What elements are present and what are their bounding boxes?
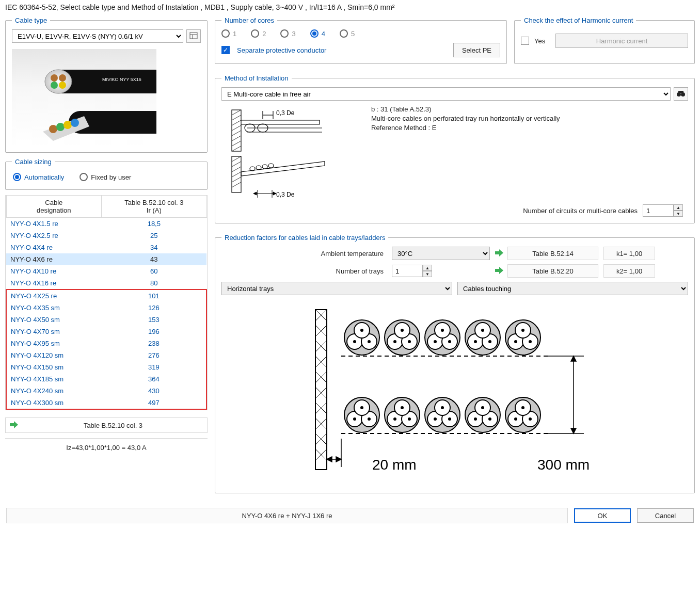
cell-designation: NYY-O 4X120 sm: [6, 349, 102, 361]
ok-button[interactable]: OK: [574, 508, 631, 523]
svg-point-73: [353, 340, 356, 343]
cell-ir: 364: [102, 373, 206, 385]
cell-ir: 101: [102, 290, 206, 302]
table-row[interactable]: NYY-O 4X150 sm319: [6, 361, 206, 373]
svg-point-41: [262, 165, 267, 169]
cable-table[interactable]: Cable designation Table B.52.10 col. 3 I…: [6, 195, 207, 410]
trays-input[interactable]: [392, 265, 423, 277]
table-row[interactable]: NYY-O 4X185 sm364: [6, 373, 206, 385]
cores-option-3[interactable]: 3: [280, 29, 295, 38]
svg-point-11: [49, 125, 57, 133]
cores-option-2[interactable]: 2: [251, 29, 266, 38]
library-icon: [189, 31, 198, 41]
spin-down-icon[interactable]: ▼: [674, 211, 683, 217]
table-row[interactable]: NYY-O 4X4 re34: [6, 242, 206, 253]
svg-point-82: [401, 329, 404, 332]
cores-option-5[interactable]: 5: [340, 29, 355, 38]
svg-point-74: [368, 340, 371, 343]
trays-spinner[interactable]: ▲ ▼: [392, 265, 490, 277]
cell-designation: NYY-O 4X2.5 re: [6, 230, 102, 242]
harmonic-current-button: Harmonic current: [555, 34, 688, 48]
svg-point-7: [51, 82, 58, 89]
svg-rect-18: [232, 110, 241, 151]
tray-orientation-select[interactable]: Horizontal trays: [221, 282, 452, 295]
cell-designation: NYY-O 4X185 sm: [6, 373, 102, 385]
sizing-mode-fixed[interactable]: Fixed by user: [79, 173, 131, 181]
svg-point-81: [408, 340, 411, 343]
svg-point-110: [368, 417, 371, 421]
cores-group: Number of cores 12345 ✓ Separate protect…: [215, 17, 507, 64]
table-row[interactable]: NYY-O 4X120 sm276: [6, 349, 206, 361]
k1-value: k1= 1,00: [603, 247, 655, 260]
table-row[interactable]: NYY-O 4X2.5 re25: [6, 230, 206, 242]
svg-line-23: [232, 131, 241, 136]
svg-point-80: [393, 340, 396, 343]
arrow-right-icon: [495, 249, 503, 258]
svg-point-111: [360, 406, 363, 409]
method-description: b : 31 (Table A.52.3) Multi-core cables …: [371, 105, 560, 133]
method-select[interactable]: E Multi-core cable in free air: [221, 87, 671, 101]
cell-designation: NYY-O 4X240 sm: [6, 385, 102, 397]
svg-line-19: [232, 110, 241, 115]
spin-up-icon[interactable]: ▲: [423, 265, 432, 271]
spin-down-icon[interactable]: ▼: [423, 271, 432, 277]
separate-pe-checkbox[interactable]: ✓: [221, 46, 230, 54]
table-row[interactable]: NYY-O 4X16 re80: [6, 277, 206, 290]
cell-designation: NYY-O 4X4 re: [6, 242, 102, 253]
select-pe-button[interactable]: Select PE: [453, 43, 500, 57]
svg-point-4: [45, 70, 72, 93]
cell-designation: NYY-O 4X1.5 re: [6, 218, 102, 230]
svg-point-75: [360, 329, 363, 332]
svg-point-101: [514, 340, 517, 343]
method-group: Method of Installation E Multi-core cabl…: [215, 74, 695, 223]
svg-point-138: [529, 417, 532, 421]
method-search-button[interactable]: [674, 87, 688, 101]
svg-rect-17: [678, 91, 683, 93]
cell-ir: 43: [102, 253, 206, 265]
reduction-group: Reduction factors for cables laid in cab…: [215, 234, 695, 493]
cable-type-select[interactable]: E1VV-U, E1VV-R, E1VV-S (NYY) 0.6/1 kV: [12, 29, 183, 43]
svg-point-130: [474, 417, 477, 421]
cell-designation: NYY-O 4X70 sm: [6, 326, 102, 337]
cell-designation: NYY-O 4X95 sm: [6, 337, 102, 349]
ambient-select[interactable]: 30°C: [392, 247, 490, 260]
cores-option-label: 1: [233, 30, 236, 38]
svg-point-40: [256, 166, 261, 170]
cables-touching-select[interactable]: Cables touching: [457, 282, 688, 295]
circuits-input[interactable]: [643, 204, 674, 217]
svg-point-12: [56, 123, 65, 131]
svg-point-89: [441, 329, 444, 332]
table-row[interactable]: NYY-O 4X50 sm153: [6, 314, 206, 326]
table-b5220-button[interactable]: Table B.52.20: [507, 264, 598, 278]
cancel-button[interactable]: Cancel: [637, 508, 694, 523]
table-row[interactable]: NYY-O 4X1.5 re18,5: [6, 218, 206, 230]
table-row[interactable]: NYY-O 4X25 re101: [6, 290, 206, 302]
svg-point-15: [677, 92, 681, 97]
svg-point-124: [448, 417, 451, 421]
svg-point-6: [59, 74, 66, 82]
table-row[interactable]: NYY-O 4X95 sm238: [6, 337, 206, 349]
cable-library-button[interactable]: [186, 29, 201, 43]
table-row[interactable]: NYY-O 4X35 sm126: [6, 302, 206, 314]
cores-option-label: 5: [351, 30, 355, 38]
method-diagram: 0,3 De: [221, 105, 356, 200]
table-b5214-button[interactable]: Table B.52.14: [507, 247, 598, 260]
table-row[interactable]: NYY-O 4X70 sm196: [6, 326, 206, 337]
circuits-spinner[interactable]: ▲ ▼: [643, 204, 683, 217]
cores-option-4[interactable]: 4: [310, 29, 325, 38]
sizing-mode-auto[interactable]: Automatically: [13, 173, 64, 181]
svg-point-109: [353, 417, 356, 421]
table-row[interactable]: NYY-O 4X240 sm430: [6, 385, 206, 397]
svg-point-96: [481, 329, 484, 332]
cores-option-label: 3: [292, 30, 295, 38]
method-legend: Method of Installation: [221, 74, 292, 82]
svg-rect-0: [190, 33, 197, 39]
cores-option-1[interactable]: 1: [221, 29, 236, 38]
table-row[interactable]: NYY-O 4X10 re60: [6, 265, 206, 277]
spin-up-icon[interactable]: ▲: [674, 204, 683, 211]
table-row[interactable]: NYY-O 4X300 sm497: [6, 397, 206, 409]
cell-ir: 276: [102, 349, 206, 361]
table-row[interactable]: NYY-O 4X6 re43: [6, 253, 206, 265]
svg-point-14: [71, 119, 79, 127]
harmonic-yes-checkbox[interactable]: ✓: [521, 37, 529, 45]
